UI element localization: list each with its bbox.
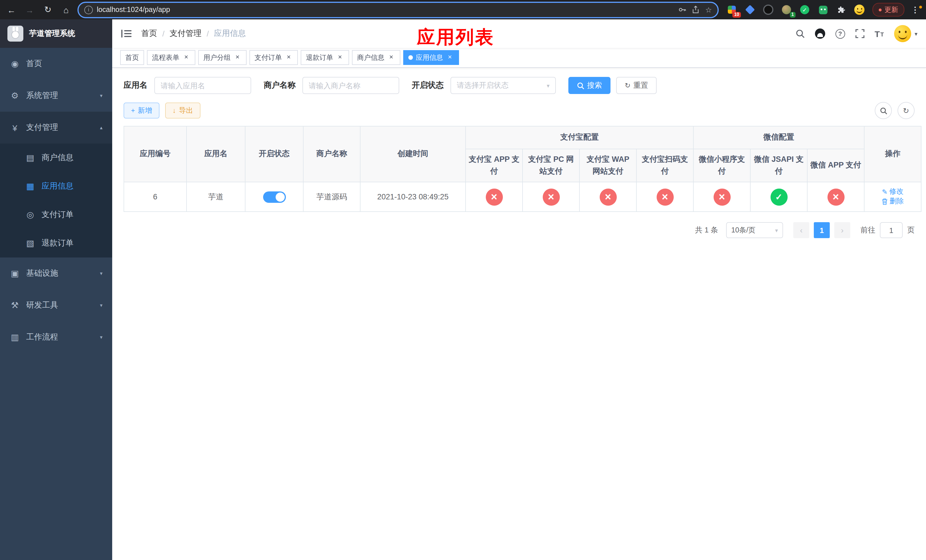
sidebar-item-merchant-info[interactable]: ▤ 商户信息 (0, 144, 112, 172)
sidebar-item-home[interactable]: ◉ 首页 (0, 48, 112, 80)
status-select[interactable]: 请选择开启状态 (451, 77, 556, 94)
close-icon[interactable] (336, 53, 344, 62)
sidebar-item-label: 首页 (26, 59, 103, 69)
header-search-icon[interactable] (795, 29, 804, 38)
key-icon[interactable] (679, 6, 687, 14)
config-cross-icon (486, 188, 502, 205)
breadcrumb-separator: / (207, 29, 209, 38)
add-button[interactable]: + 新增 (124, 103, 159, 118)
infrastructure-icon: ▣ (10, 268, 20, 278)
extension-grid-badge: 10 (732, 12, 741, 18)
url-bar[interactable]: localhost:1024/pay/app ☆ (77, 2, 719, 18)
close-icon[interactable] (182, 53, 190, 62)
tag-pay-order[interactable]: 支付订单 (250, 50, 298, 65)
app-name-input[interactable] (154, 77, 251, 94)
sidebar-item-system[interactable]: ⚙ 系统管理 (0, 80, 112, 112)
close-icon[interactable] (285, 53, 293, 62)
refresh-table-button[interactable]: ↻ (897, 102, 915, 119)
close-icon[interactable] (387, 53, 395, 62)
font-size-icon[interactable]: TT (875, 29, 884, 38)
extensions-strip: 10 1 (723, 3, 868, 16)
browser-forward-icon[interactable]: → (23, 3, 36, 17)
group-header-wechat: 微信配置 (693, 126, 864, 149)
user-avatar[interactable]: ▾ (894, 25, 917, 42)
tag-user-group[interactable]: 用户分组 (198, 50, 247, 65)
extension-dark-icon[interactable] (762, 3, 775, 16)
sidebar-item-pay-order[interactable]: ◎ 支付订单 (0, 201, 112, 229)
chevron-down-icon (100, 93, 103, 98)
sidebar-toggle-icon[interactable] (121, 28, 132, 39)
tag-dot (409, 55, 413, 60)
page-1-button[interactable]: 1 (814, 222, 830, 238)
sidebar-item-label: 支付管理 (26, 123, 94, 133)
next-page-button[interactable]: › (834, 222, 850, 238)
column-header-app-id: 应用编号 (124, 126, 186, 182)
edit-button[interactable]: ✎ 修改 (882, 187, 903, 197)
page-size-select[interactable]: 10条/页 (726, 222, 783, 238)
chevron-down-icon (100, 334, 103, 340)
close-icon[interactable] (446, 53, 454, 62)
bookmark-star-icon[interactable]: ☆ (705, 5, 712, 14)
tag-merchant-info[interactable]: 商户信息 (352, 50, 400, 65)
pagination: 共 1 条 10条/页 ‹ 1 › 前往 页 (124, 222, 915, 238)
sidebar-item-app-info[interactable]: ▦ 应用信息 (0, 172, 112, 201)
yen-icon: ¥ (10, 123, 20, 132)
search-button[interactable]: 搜索 (568, 77, 610, 94)
breadcrumb-home[interactable]: 首页 (141, 29, 157, 39)
sidebar-item-infrastructure[interactable]: ▣ 基础设施 (0, 257, 112, 289)
browser-toolbar: ← → ↻ ⌂ localhost:1024/pay/app ☆ 10 1 (0, 0, 926, 20)
toggle-search-button[interactable] (875, 102, 892, 119)
fullscreen-icon[interactable] (855, 29, 864, 38)
sidebar-logo-row[interactable]: 芋道管理系统 (0, 20, 112, 48)
tag-home[interactable]: 首页 (120, 50, 144, 65)
extensions-puzzle-icon[interactable] (835, 3, 847, 16)
extension-grid-icon[interactable]: 10 (726, 3, 738, 16)
export-button-label: 导出 (179, 106, 193, 115)
sidebar-item-payment[interactable]: ¥ 支付管理 (0, 112, 112, 144)
share-icon[interactable] (692, 6, 700, 14)
prev-page-button[interactable]: ‹ (793, 222, 809, 238)
browser-back-icon[interactable]: ← (5, 3, 18, 17)
order-icon: ◎ (25, 210, 35, 220)
extension-chat-icon[interactable] (817, 3, 829, 16)
trash-icon (882, 198, 888, 205)
tag-refund-order[interactable]: 退款订单 (301, 50, 349, 65)
browser-reload-icon[interactable]: ↻ (41, 3, 54, 17)
breadcrumb-payment[interactable]: 支付管理 (170, 29, 201, 39)
page-content: 应用名 商户名称 开启状态 请选择开启状态 (112, 68, 926, 560)
column-header-wechat-app: 微信 APP 支付 (807, 149, 864, 182)
browser-update-button[interactable]: 更新 (873, 3, 904, 17)
close-icon[interactable] (233, 53, 242, 62)
url-text[interactable]: localhost:1024/pay/app (97, 6, 675, 14)
goto-page-input[interactable] (880, 222, 903, 238)
extension-profile-icon[interactable]: 1 (780, 3, 793, 16)
table-header-group-row: 应用编号 应用名 开启状态 商户名称 创建时间 支付宝配置 微信配置 操作 (124, 126, 921, 149)
help-icon[interactable] (835, 29, 845, 38)
extension-blue-icon[interactable] (744, 3, 756, 16)
status-select-placeholder: 请选择开启状态 (457, 80, 508, 91)
sidebar-item-dev-tools[interactable]: ⚒ 研发工具 (0, 289, 112, 321)
sidebar-item-label: 商户信息 (42, 153, 103, 163)
github-icon[interactable] (815, 29, 825, 39)
merchant-name-input[interactable] (303, 77, 399, 94)
sidebar-item-refund-order[interactable]: ▧ 退款订单 (0, 229, 112, 257)
tag-process-form[interactable]: 流程表单 (147, 50, 195, 65)
emoji-extension-icon[interactable] (853, 3, 865, 16)
breadcrumb: 首页 / 支付管理 / 应用信息 (141, 29, 246, 39)
page-title: 应用列表 (417, 25, 494, 50)
column-header-created: 创建时间 (360, 126, 466, 182)
chevron-down-icon (547, 82, 549, 89)
tag-app-info[interactable]: 应用信息 (403, 50, 459, 65)
reset-button[interactable]: ↻ 重置 (616, 77, 657, 94)
site-info-icon[interactable] (84, 5, 93, 14)
sidebar-item-label: 基础设施 (26, 268, 94, 278)
browser-home-icon[interactable]: ⌂ (59, 3, 73, 17)
breadcrumb-current: 应用信息 (214, 29, 246, 39)
extension-check-icon[interactable] (799, 3, 811, 16)
sidebar-item-workflow[interactable]: ▥ 工作流程 (0, 321, 112, 353)
delete-button[interactable]: 删除 (882, 197, 904, 206)
export-button[interactable]: ↓ 导出 (165, 103, 200, 118)
status-toggle[interactable] (263, 191, 286, 203)
browser-menu-icon[interactable]: ⋮ (909, 5, 921, 14)
omnibox-tail: ☆ (679, 5, 712, 14)
